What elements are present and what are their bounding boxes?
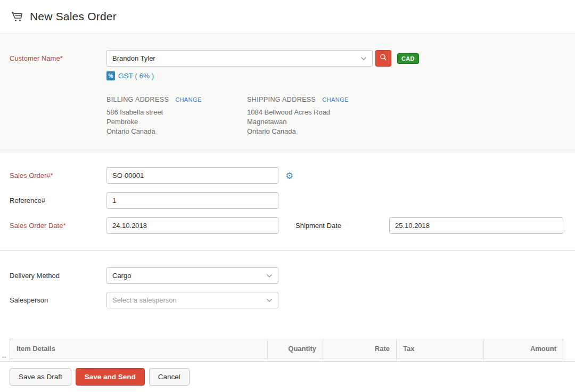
customer-name-select[interactable]: Brandon Tyler xyxy=(106,50,373,67)
salesperson-select[interactable]: Select a salesperson xyxy=(106,292,278,308)
save-as-draft-button[interactable]: Save as Draft xyxy=(10,368,71,386)
shipping-address-heading: SHIPPING ADDRESS xyxy=(247,96,316,103)
shipping-address-line: Ontario Canada xyxy=(247,127,388,136)
new-sales-order-page: New Sales Order Customer Name* Brandon T… xyxy=(0,0,575,392)
billing-address-change-link[interactable]: CHANGE xyxy=(175,96,201,103)
billing-address-line: 586 Isabella street xyxy=(106,108,247,117)
action-footer: Save as Draft Save and Send Cancel xyxy=(0,361,575,392)
billing-address-line: Ontario Canada xyxy=(106,127,247,136)
shipping-address-line: Magnetawan xyxy=(247,117,388,127)
sales-order-date-input[interactable] xyxy=(106,217,278,234)
gst-percent-icon: % xyxy=(106,71,115,80)
customer-name-label: Customer Name* xyxy=(10,50,106,62)
item-table-header-row: Item Details Quantity Rate Tax Amount xyxy=(10,339,563,358)
shipping-address-line: 1084 Bellwood Acres Road xyxy=(247,108,388,117)
reference-label: Reference# xyxy=(10,192,106,205)
currency-badge: CAD xyxy=(397,53,419,64)
save-and-send-button[interactable]: Save and Send xyxy=(76,368,145,386)
shipping-address-change-link[interactable]: CHANGE xyxy=(322,96,348,103)
column-header-item-details: Item Details xyxy=(10,339,268,358)
billing-address-line: Pembroke xyxy=(106,117,247,127)
cancel-button[interactable]: Cancel xyxy=(149,368,190,386)
page-header: New Sales Order xyxy=(0,0,575,33)
order-details-section: Sales Order#* ⚙ Reference# Sales Order D… xyxy=(0,152,575,234)
shipping-address-block: SHIPPING ADDRESS CHANGE 1084 Bellwood Ac… xyxy=(247,96,388,136)
salesperson-placeholder: Select a salesperson xyxy=(112,296,263,304)
column-header-rate: Rate xyxy=(323,339,397,358)
column-header-amount: Amount xyxy=(484,339,563,358)
delivery-method-label: Delivery Method xyxy=(10,267,106,280)
shipment-date-label: Shipment Date xyxy=(295,217,389,230)
gst-link[interactable]: GST ( 6% ) xyxy=(118,72,154,80)
chevron-down-icon xyxy=(266,298,273,303)
customer-name-value: Brandon Tyler xyxy=(112,54,357,62)
shipment-date-input[interactable] xyxy=(389,217,563,234)
page-title: New Sales Order xyxy=(30,10,117,23)
billing-address-block: BILLING ADDRESS CHANGE 586 Isabella stre… xyxy=(106,96,247,136)
chevron-down-icon xyxy=(266,274,273,278)
reference-input[interactable] xyxy=(106,192,278,209)
item-table: •• Item Details Quantity Rate Tax Amount xyxy=(0,339,575,362)
shopping-cart-icon xyxy=(11,10,24,23)
column-header-quantity: Quantity xyxy=(268,339,323,358)
sales-order-number-label: Sales Order#* xyxy=(10,167,106,179)
row-drag-handle-icon[interactable]: •• xyxy=(2,356,6,358)
customer-section: Customer Name* Brandon Tyler CAD % GST xyxy=(0,33,575,152)
delivery-section: Delivery Method Cargo Salesperson Select… xyxy=(0,251,575,308)
delivery-method-value: Cargo xyxy=(112,272,263,280)
delivery-method-select[interactable]: Cargo xyxy=(106,267,278,284)
gear-icon[interactable]: ⚙ xyxy=(285,170,293,181)
sales-order-date-label: Sales Order Date* xyxy=(10,217,106,230)
sales-order-number-input[interactable] xyxy=(106,167,278,184)
search-icon xyxy=(379,53,388,64)
customer-search-button[interactable] xyxy=(375,50,391,67)
salesperson-label: Salesperson xyxy=(10,292,106,304)
column-header-tax: Tax xyxy=(397,339,484,358)
billing-address-heading: BILLING ADDRESS xyxy=(106,96,169,103)
chevron-down-icon xyxy=(360,56,367,61)
